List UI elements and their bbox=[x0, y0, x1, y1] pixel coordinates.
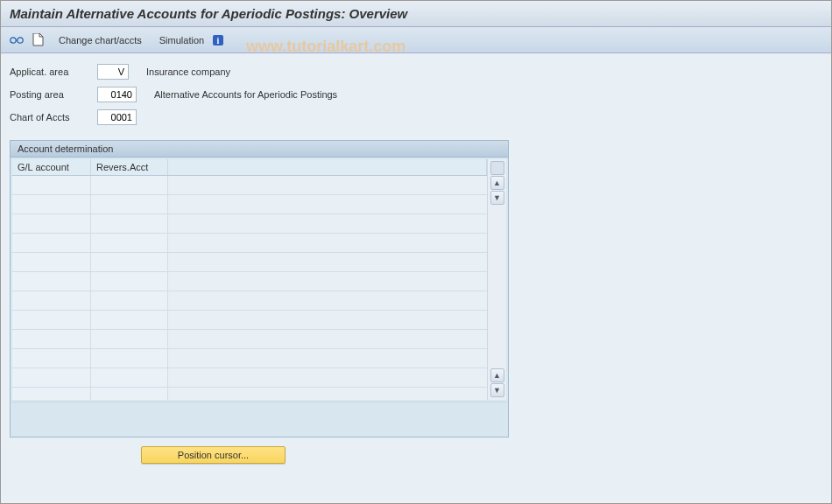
table-cell-revers-acct[interactable] bbox=[91, 214, 168, 233]
table-row[interactable] bbox=[12, 349, 487, 368]
table-row[interactable] bbox=[12, 234, 487, 253]
form-desc: Insurance company bbox=[137, 66, 230, 77]
position-cursor-button[interactable]: Position cursor... bbox=[141, 446, 286, 464]
form-label: Applicat. area bbox=[10, 66, 97, 77]
table-cell-gl-account[interactable] bbox=[12, 311, 91, 329]
form-desc: Alternative Accounts for Aperiodic Posti… bbox=[145, 89, 337, 100]
table-cell-gl-account[interactable] bbox=[12, 253, 91, 271]
panel-footer bbox=[11, 402, 508, 437]
chart-of-accts-input[interactable] bbox=[97, 109, 137, 125]
table-cell-revers-acct[interactable] bbox=[91, 234, 168, 252]
table-cell-gl-account[interactable] bbox=[12, 234, 91, 252]
toolbar: Change chart/accts Simulation i bbox=[1, 27, 831, 53]
scroll-down-icon[interactable]: ▼ bbox=[490, 383, 504, 397]
table-cell-gl-account[interactable] bbox=[12, 330, 91, 348]
account-determination-panel: Account determination G/L account Revers… bbox=[10, 140, 509, 438]
table-row[interactable] bbox=[12, 195, 487, 214]
posting-area-input[interactable] bbox=[97, 87, 137, 102]
table-cell-revers-acct[interactable] bbox=[91, 368, 168, 387]
info-icon[interactable]: i bbox=[209, 32, 227, 49]
column-header-revers-acct[interactable]: Revers.Acct bbox=[91, 159, 168, 175]
table-row[interactable] bbox=[12, 388, 487, 400]
form-label: Posting area bbox=[10, 89, 97, 100]
table-cell-revers-acct[interactable] bbox=[91, 176, 168, 194]
form-label: Chart of Accts bbox=[10, 112, 97, 122]
column-header-blank bbox=[168, 159, 487, 175]
table-cell-gl-account[interactable] bbox=[12, 368, 91, 387]
table-cell-gl-account[interactable] bbox=[12, 291, 91, 310]
table-row[interactable] bbox=[12, 368, 487, 388]
table-cell-gl-account[interactable] bbox=[12, 176, 91, 194]
scroll-up-icon[interactable]: ▲ bbox=[490, 368, 504, 382]
change-chart-button[interactable]: Change chart/accts bbox=[53, 32, 147, 48]
glasses-icon[interactable] bbox=[8, 32, 25, 49]
new-document-icon[interactable] bbox=[29, 32, 46, 49]
table-row[interactable] bbox=[12, 176, 487, 195]
table-cell-gl-account[interactable] bbox=[12, 214, 91, 233]
form-row-applicat-area: Applicat. area Insurance company bbox=[10, 62, 822, 81]
table-row[interactable] bbox=[12, 272, 487, 291]
table-cell-revers-acct[interactable] bbox=[91, 291, 168, 310]
scrollbar-thumb[interactable] bbox=[490, 161, 504, 175]
table-cell-revers-acct[interactable] bbox=[91, 388, 168, 400]
table-row[interactable] bbox=[12, 214, 487, 234]
table-cell-revers-acct[interactable] bbox=[91, 253, 168, 271]
table-cell-gl-account[interactable] bbox=[12, 388, 91, 400]
column-header-gl-account[interactable]: G/L account bbox=[12, 159, 91, 175]
table-header-row: G/L account Revers.Acct bbox=[12, 159, 487, 176]
content-area: Applicat. area Insurance company Posting… bbox=[1, 53, 831, 501]
simulation-button[interactable]: Simulation bbox=[154, 32, 209, 48]
form-row-chart-of-accts: Chart of Accts bbox=[10, 108, 822, 127]
svg-point-0 bbox=[11, 37, 16, 42]
panel-header: Account determination bbox=[11, 141, 508, 158]
vertical-scrollbar[interactable]: ▲ ▼ ▲ ▼ bbox=[487, 159, 506, 400]
table-cell-revers-acct[interactable] bbox=[91, 195, 168, 214]
svg-text:i: i bbox=[217, 36, 220, 46]
table-cell-gl-account[interactable] bbox=[12, 272, 91, 290]
table-row[interactable] bbox=[12, 311, 487, 330]
scroll-up-icon[interactable]: ▲ bbox=[490, 176, 504, 190]
table-cell-revers-acct[interactable] bbox=[91, 311, 168, 329]
table-cell-revers-acct[interactable] bbox=[91, 272, 168, 290]
table-cell-gl-account[interactable] bbox=[12, 195, 91, 214]
table-row[interactable] bbox=[12, 330, 487, 349]
applicat-area-input[interactable] bbox=[97, 64, 129, 80]
table-cell-revers-acct[interactable] bbox=[91, 330, 168, 348]
table-row[interactable] bbox=[12, 253, 487, 272]
page-title: Maintain Alternative Accounts for Aperio… bbox=[1, 1, 831, 27]
form-row-posting-area: Posting area Alternative Accounts for Ap… bbox=[10, 85, 822, 104]
scroll-down-icon[interactable]: ▼ bbox=[490, 191, 504, 205]
table-row[interactable] bbox=[12, 291, 487, 311]
svg-point-1 bbox=[18, 37, 23, 42]
table-cell-gl-account[interactable] bbox=[12, 349, 91, 368]
table-container: G/L account Revers.Acct ▲ ▼ ▲ ▼ bbox=[11, 158, 508, 402]
table-body bbox=[12, 176, 487, 400]
table-cell-revers-acct[interactable] bbox=[91, 349, 168, 368]
